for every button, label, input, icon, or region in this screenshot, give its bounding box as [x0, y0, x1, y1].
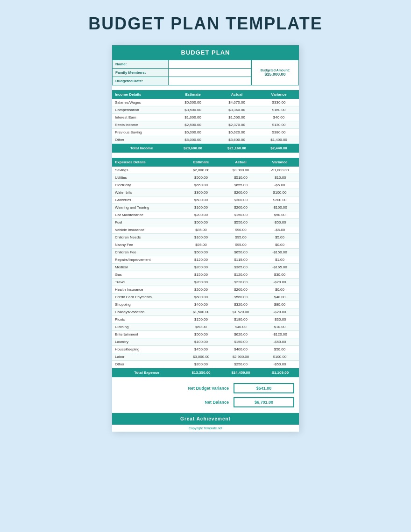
expenses-row: Holidays/Vacation $1,500.00 $1,520.00 -$… [112, 308, 299, 316]
footer-banner: Great Achievement [112, 413, 299, 425]
expenses-estimate: $95.00 [181, 241, 221, 249]
expenses-row: Shopping $400.00 $320.00 $80.00 [112, 301, 299, 308]
expenses-total-label: Total Expense [112, 368, 181, 378]
expenses-label: Travel [112, 279, 181, 286]
expenses-actual: $95.00 [221, 241, 261, 249]
net-budget-variance-row: Net Budget Variance $541.00 [117, 383, 294, 393]
expenses-row: Clothing $50.00 $40.00 $10.00 [112, 323, 299, 331]
expenses-label: Groceries [112, 196, 181, 204]
expenses-actual: $200.00 [221, 286, 261, 294]
expenses-actual: $150.00 [221, 338, 261, 346]
expenses-actual: $650.00 [221, 249, 261, 256]
info-left: Name: Family Members: Budgeted Date: [113, 60, 252, 85]
expenses-label: Gas [112, 271, 181, 279]
income-total-estimate: $23,600.00 [171, 144, 215, 153]
expenses-col3-header: Actual [221, 158, 261, 167]
expenses-actual: $400.00 [221, 346, 261, 353]
expenses-row: Car Maintenance $200.00 $150.00 $50.00 [112, 211, 299, 219]
income-row: Other $5,000.00 $3,600.00 $1,400.00 [112, 136, 299, 144]
info-name-row: Name: [113, 60, 251, 69]
expenses-row: Utilities $500.00 $510.00 -$10.00 [112, 174, 299, 182]
expenses-variance: -$165.00 [261, 264, 299, 271]
income-variance: $330.00 [259, 99, 299, 106]
expenses-estimate: $450.00 [181, 346, 221, 353]
document: BUDGET PLAN Name: Family Members: Budget… [112, 45, 299, 432]
expenses-label: Fuel [112, 219, 181, 226]
expenses-row: Health Insurance $200.00 $200.00 $0.00 [112, 286, 299, 294]
income-actual: $1,560.00 [215, 114, 259, 121]
name-value [169, 60, 251, 68]
doc-header: BUDGET PLAN [112, 45, 299, 60]
family-value [169, 69, 251, 77]
expenses-label: Electricity [112, 182, 181, 189]
expenses-estimate: $200.00 [181, 279, 221, 286]
expenses-variance: -$1,000.00 [261, 167, 299, 174]
expenses-row: Savings $2,000.00 $3,000.00 -$1,000.00 [112, 167, 299, 174]
expenses-actual: $200.00 [221, 204, 261, 211]
income-estimate: $3,500.00 [171, 106, 215, 114]
expenses-estimate: $400.00 [181, 301, 221, 308]
expenses-col2-header: Estimate [181, 158, 221, 167]
expenses-variance: $1.00 [261, 256, 299, 264]
expenses-total-variance: -$1,109.00 [261, 368, 299, 378]
expenses-estimate: $150.00 [181, 271, 221, 279]
expenses-row: Water bills $300.00 $200.00 $100.00 [112, 189, 299, 196]
expenses-estimate: $200.00 [181, 264, 221, 271]
expenses-estimate: $100.00 [181, 234, 221, 241]
expenses-variance: -$20.00 [261, 308, 299, 316]
expenses-actual: $320.00 [221, 301, 261, 308]
expenses-col1-header: Expenses Details [112, 158, 181, 167]
expenses-label: Picnic [112, 316, 181, 323]
budgeted-amount-value: $15,000.00 [264, 72, 285, 77]
expenses-estimate: $200.00 [181, 361, 221, 368]
expenses-label: Wearing and Tearing [112, 204, 181, 211]
expenses-label: Repairs/Improvement [112, 256, 181, 264]
income-row: Compensation $3,500.00 $3,340.00 $160.00 [112, 106, 299, 114]
expenses-label: Other [112, 361, 181, 368]
income-total-row: Total Income $23,600.00 $21,160.00 $2,44… [112, 144, 299, 153]
info-date-row: Budgeted Date: [113, 77, 251, 85]
expenses-label: Car Maintenance [112, 211, 181, 219]
expenses-estimate: $300.00 [181, 189, 221, 196]
expenses-estimate: $500.00 [181, 174, 221, 182]
expenses-variance: $10.00 [261, 323, 299, 331]
info-family-row: Family Members: [113, 69, 251, 77]
expenses-actual: $120.00 [221, 271, 261, 279]
expenses-actual: $250.00 [221, 361, 261, 368]
expenses-actual: $2,900.00 [221, 353, 261, 361]
expenses-actual: $200.00 [221, 189, 261, 196]
expenses-label: Savings [112, 167, 181, 174]
expenses-variance: -$5.00 [261, 226, 299, 234]
expenses-label: Children Fee [112, 249, 181, 256]
expenses-variance: -$20.00 [261, 279, 299, 286]
income-col3-header: Actual [215, 90, 259, 99]
expenses-variance: -$120.00 [261, 331, 299, 338]
income-total-variance: $2,440.00 [259, 144, 299, 153]
expenses-variance: $40.00 [261, 294, 299, 301]
expenses-row: Electricity $650.00 $655.00 -$5.00 [112, 182, 299, 189]
income-label: Other [112, 136, 171, 144]
expenses-variance: $50.00 [261, 211, 299, 219]
expenses-col4-header: Variance [261, 158, 299, 167]
expenses-actual: $510.00 [221, 174, 261, 182]
expenses-variance: $30.00 [261, 271, 299, 279]
expenses-actual: $300.00 [221, 196, 261, 204]
income-actual: $3,340.00 [215, 106, 259, 114]
expenses-estimate: $2,000.00 [181, 167, 221, 174]
income-variance: $130.00 [259, 121, 299, 129]
expenses-estimate: $200.00 [181, 286, 221, 294]
expenses-label: Health Insurance [112, 286, 181, 294]
income-row: Previous Saving $6,000.00 $5,620.00 $380… [112, 129, 299, 136]
income-total-actual: $21,160.00 [215, 144, 259, 153]
expenses-variance: -$30.00 [261, 316, 299, 323]
expenses-variance: $80.00 [261, 301, 299, 308]
expenses-total-row: Total Expense $13,350.00 $14,459.00 -$1,… [112, 368, 299, 378]
expenses-variance: $100.00 [261, 189, 299, 196]
info-right: Budgeted Amount: $15,000.00 [252, 60, 298, 85]
expenses-estimate: $3,000.00 [181, 353, 221, 361]
expenses-label: Laundry [112, 338, 181, 346]
expenses-row: Children Fee $500.00 $650.00 -$150.00 [112, 249, 299, 256]
expenses-actual: $655.00 [221, 182, 261, 189]
expenses-row: Picnic $150.00 $180.00 -$30.00 [112, 316, 299, 323]
expenses-estimate: $600.00 [181, 294, 221, 301]
